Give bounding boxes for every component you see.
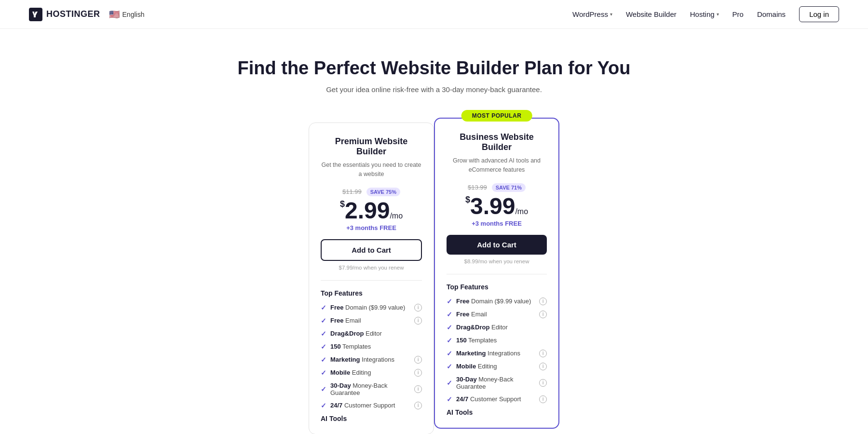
nav-hosting[interactable]: Hosting ▾: [690, 10, 719, 18]
premium-feature-templates: ✓ 150 Templates: [321, 343, 422, 351]
navbar-right: WordPress ▾ Website Builder Hosting ▾ Pr…: [572, 6, 839, 22]
premium-save-badge: SAVE 75%: [366, 188, 400, 196]
feature-bold: Drag&Drop: [330, 330, 364, 337]
logo-icon: [29, 8, 42, 21]
premium-original-price: $11.99: [342, 188, 362, 195]
check-icon: ✓: [447, 395, 452, 403]
navbar-left: HOSTINGER 🇺🇸 English: [29, 8, 144, 21]
feature-bold: 24/7: [330, 402, 342, 409]
business-plan-name: Business Website Builder: [447, 132, 547, 152]
premium-price-amount: 2.99: [345, 198, 390, 223]
feature-bold: Free: [330, 304, 343, 311]
business-save-badge: SAVE 71%: [492, 183, 526, 192]
check-icon: ✓: [447, 379, 452, 387]
info-icon[interactable]: i: [414, 369, 422, 377]
business-plan-card: MOST POPULAR Business Website Builder Gr…: [434, 118, 559, 429]
premium-feature-free-email: ✓ Free Email i: [321, 317, 422, 325]
business-price-dollar: $: [465, 195, 470, 204]
business-renew-note: $8.99/mo when you renew: [447, 258, 547, 264]
info-icon[interactable]: i: [539, 363, 547, 370]
info-icon[interactable]: i: [539, 298, 547, 305]
premium-add-to-cart-button[interactable]: Add to Cart: [321, 239, 422, 261]
business-feature-marketing: ✓ Marketing Integrations i: [447, 350, 547, 357]
feature-bold: Mobile: [330, 369, 350, 376]
premium-price-row: $11.99 SAVE 75%: [321, 188, 422, 196]
info-icon[interactable]: i: [414, 317, 422, 325]
premium-plan-desc: Get the essentials you need to create a …: [321, 161, 422, 179]
premium-ai-tools-title: AI Tools: [321, 415, 422, 422]
feature-bold: Marketing: [330, 356, 360, 363]
nav-pro[interactable]: Pro: [732, 10, 744, 18]
pricing-cards-container: Premium Website Builder Get the essentia…: [0, 108, 868, 434]
check-icon: ✓: [321, 369, 326, 377]
info-icon[interactable]: i: [414, 385, 422, 393]
business-price-amount: 3.99: [470, 193, 515, 219]
premium-plan-name: Premium Website Builder: [321, 136, 422, 157]
premium-feature-support: ✓ 24/7 Customer Support i: [321, 402, 422, 409]
nav-domains[interactable]: Domains: [757, 10, 786, 18]
check-icon: ✓: [321, 402, 326, 409]
check-icon: ✓: [447, 311, 452, 318]
check-icon: ✓: [447, 363, 452, 370]
premium-divider: [321, 280, 422, 281]
language-selector[interactable]: 🇺🇸 English: [109, 9, 145, 20]
hero-subtitle: Get your idea online risk-free with a 30…: [10, 85, 858, 94]
check-icon: ✓: [321, 330, 326, 338]
info-icon[interactable]: i: [539, 395, 547, 403]
logo[interactable]: HOSTINGER: [29, 8, 100, 21]
chevron-down-icon-2: ▾: [717, 12, 719, 17]
premium-feature-marketing: ✓ Marketing Integrations i: [321, 356, 422, 364]
info-icon[interactable]: i: [414, 402, 422, 409]
business-divider: [447, 274, 547, 274]
business-feature-money-back: ✓ 30-Day Money-Back Guarantee i: [447, 376, 547, 390]
check-icon: ✓: [447, 337, 452, 344]
page-title: Find the Perfect Website Builder Plan fo…: [10, 58, 858, 79]
premium-features-title: Top Features: [321, 289, 422, 297]
login-button[interactable]: Log in: [799, 6, 839, 22]
business-feature-templates: ✓ 150 Templates: [447, 337, 547, 344]
business-feature-mobile: ✓ Mobile Editing i: [447, 363, 547, 370]
premium-feature-free-domain: ✓ Free Domain ($9.99 value) i: [321, 304, 422, 312]
nav-wordpress[interactable]: WordPress ▾: [572, 10, 612, 18]
feature-bold: Mobile: [456, 363, 476, 370]
check-icon: ✓: [321, 343, 326, 351]
feature-bold: 30-Day: [330, 382, 351, 389]
popular-badge: MOST POPULAR: [461, 110, 532, 122]
feature-bold: 30-Day: [456, 376, 477, 383]
nav-website-builder[interactable]: Website Builder: [626, 10, 677, 18]
feature-bold: Drag&Drop: [456, 324, 489, 331]
premium-renew-note: $7.99/mo when you renew: [321, 265, 422, 271]
feature-bold: 150: [456, 337, 467, 344]
check-icon: ✓: [447, 324, 452, 331]
business-price-row: $13.99 SAVE 71%: [447, 183, 547, 192]
info-icon[interactable]: i: [539, 350, 547, 357]
business-features-title: Top Features: [447, 283, 547, 291]
premium-plan-card: Premium Website Builder Get the essentia…: [309, 122, 434, 434]
logo-text: HOSTINGER: [46, 9, 100, 19]
business-add-to-cart-button[interactable]: Add to Cart: [447, 235, 547, 255]
check-icon: ✓: [321, 356, 326, 364]
check-icon: ✓: [321, 385, 326, 393]
info-icon[interactable]: i: [539, 311, 547, 318]
premium-price-display: $2.99/mo: [321, 199, 422, 222]
info-icon[interactable]: i: [414, 356, 422, 364]
check-icon: ✓: [321, 317, 326, 325]
check-icon: ✓: [321, 304, 326, 312]
feature-bold: 24/7: [456, 395, 468, 403]
premium-feature-money-back: ✓ 30-Day Money-Back Guarantee i: [321, 382, 422, 396]
premium-feature-mobile: ✓ Mobile Editing i: [321, 369, 422, 377]
business-feature-free-email: ✓ Free Email i: [447, 311, 547, 318]
info-icon[interactable]: i: [414, 304, 422, 312]
business-feature-drag-drop: ✓ Drag&Drop Editor: [447, 324, 547, 331]
business-free-months: +3 months FREE: [447, 220, 547, 227]
check-icon: ✓: [447, 298, 452, 305]
feature-bold: 150: [330, 343, 341, 350]
business-feature-support: ✓ 24/7 Customer Support i: [447, 395, 547, 403]
business-plan-desc: Grow with advanced AI tools and eCommerc…: [447, 156, 547, 175]
navbar: HOSTINGER 🇺🇸 English WordPress ▾ Website…: [0, 0, 868, 29]
feature-bold: Free: [456, 298, 469, 305]
premium-price-dollar: $: [340, 199, 345, 209]
business-price-mo: /mo: [515, 207, 528, 216]
info-icon[interactable]: i: [539, 379, 547, 387]
business-price-display: $3.99/mo: [447, 195, 547, 218]
